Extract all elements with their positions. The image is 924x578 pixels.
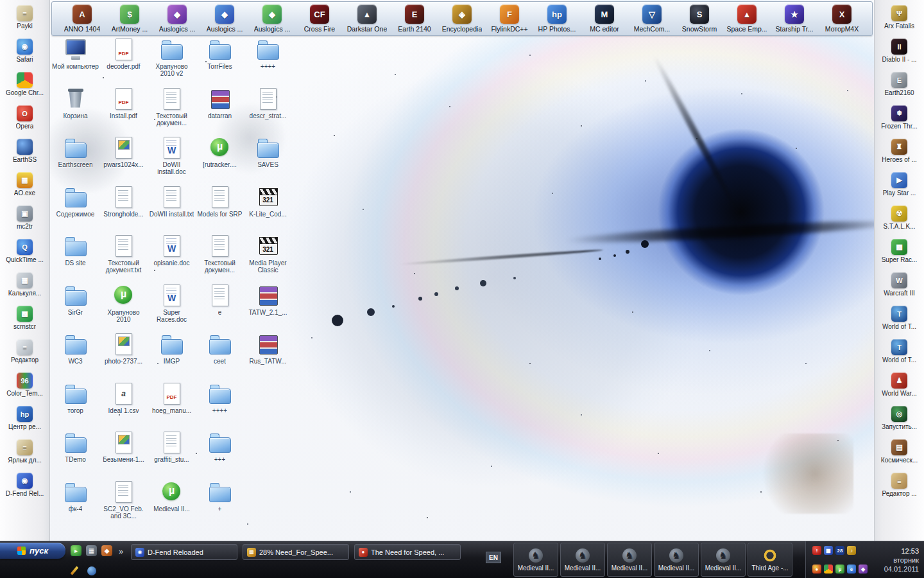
desktop-icon[interactable]: Содержимое	[51, 184, 99, 233]
taskbar-game-button[interactable]: ♞ Medieval II...	[607, 543, 652, 577]
sidebar-shortcut[interactable]: ▣ mc2tr	[0, 206, 49, 239]
quick-launch-icon[interactable]: ▸	[71, 545, 81, 556]
desktop-icon[interactable]: Храпуново 2010 v2	[148, 36, 196, 85]
taskbar-window-button[interactable]: ▩ 28% Need_For_Spee...	[243, 544, 349, 560]
desktop-icon[interactable]	[244, 429, 292, 478]
sidebar-shortcut[interactable]: II Diablo II - ...	[875, 39, 924, 72]
desktop-icon[interactable]: SC2_VO Feb. and 3C...	[99, 478, 148, 528]
toolbar-shortcut[interactable]: ◆ Auslogics ...	[201, 4, 248, 33]
sidebar-shortcut[interactable]: ◉ D-Fend Rel...	[0, 473, 49, 506]
desktop-icon[interactable]: PDF hoeg_manu...	[148, 380, 196, 430]
desktop-icon[interactable]: IMGP	[148, 331, 196, 380]
desktop-icon[interactable]: Текстовый докумен...	[148, 85, 196, 135]
sidebar-shortcut[interactable]: 96 Color_Tem...	[0, 372, 49, 406]
desktop-icon[interactable]: Models for SRP	[196, 184, 244, 233]
desktop-icon[interactable]: µ [rutracker....	[196, 134, 244, 184]
desktop-icon[interactable]: 321 K-Lite_Cod...	[244, 184, 292, 233]
desktop-icon[interactable]: graffiti_stu...	[148, 429, 196, 478]
toolbar-shortcut[interactable]: M MC editor	[581, 4, 628, 33]
desktop-icon[interactable]	[244, 380, 292, 430]
desktop-icon[interactable]: descr_strat...	[244, 85, 292, 135]
sidebar-shortcut[interactable]: ☢ S.T.A.L.K...	[875, 206, 924, 239]
desktop-icon[interactable]: µ Храпуново 2010	[99, 282, 148, 331]
desktop-icon[interactable]: DS site	[51, 232, 99, 282]
toolbar-shortcut[interactable]: hp HP Photos...	[533, 4, 581, 33]
sidebar-shortcut[interactable]: T World of T...	[875, 339, 924, 372]
sidebar-shortcut[interactable]: ≡ Payki	[0, 5, 49, 39]
desktop-icon[interactable]: W Super Races.doc	[148, 282, 196, 331]
toolbar-shortcut[interactable]: F FlylinkDC++	[486, 4, 533, 33]
quick-launch-expander-icon[interactable]: »	[119, 547, 123, 556]
sidebar-shortcut[interactable]: ♟ World War...	[875, 372, 924, 406]
taskbar-game-button[interactable]: ♞ Medieval II...	[701, 543, 746, 577]
toolbar-shortcut[interactable]: ▲ Darkstar One	[343, 4, 391, 33]
sidebar-shortcut[interactable]: E Earth2160	[875, 72, 924, 105]
toolbar-shortcut[interactable]: S SnowStorm	[676, 4, 723, 33]
sidebar-shortcut[interactable]: ◎ Запустить...	[875, 406, 924, 439]
quick-launch-icon[interactable]: ◆	[101, 545, 112, 556]
toolbar-shortcut[interactable]: ◈ Encyclopedia	[438, 4, 486, 33]
desktop-icon[interactable]: W opisanie.doc	[148, 232, 196, 282]
desktop-icon[interactable]: Strongholde...	[99, 184, 148, 233]
taskbar-game-button[interactable]: ♞ Medieval II...	[513, 543, 558, 577]
desktop-icon[interactable]: ++++	[244, 36, 292, 85]
sidebar-shortcut[interactable]: ♜ Heroes of ...	[875, 139, 924, 172]
taskbar-window-button[interactable]: ● The Need for Speed, ...	[354, 544, 461, 560]
desktop-icon[interactable]: +++	[196, 429, 244, 478]
sidebar-shortcut[interactable]: ▶ Play Star ...	[875, 172, 924, 206]
sidebar-shortcut[interactable]: ▩ scrnstcr	[0, 306, 49, 339]
clock[interactable]: 12:53 вторник 04.01.2011	[873, 544, 920, 575]
desktop-icon[interactable]: Корзина	[51, 85, 99, 135]
desktop-icon[interactable]: фк-4	[51, 478, 99, 528]
desktop-icon[interactable]: TDemo	[51, 429, 99, 478]
sidebar-shortcut[interactable]: T World of T...	[875, 306, 924, 339]
desktop-icon[interactable]: PDF decoder.pdf	[99, 36, 148, 85]
desktop-icon[interactable]: Текстовый докумен...	[196, 232, 244, 282]
language-indicator[interactable]: EN	[486, 552, 501, 563]
sidebar-shortcut[interactable]: ▤ Космическ...	[875, 439, 924, 473]
toolbar-shortcut[interactable]: A ANNO 1404	[58, 4, 106, 33]
desktop-icon[interactable]: Rus_TATW...	[244, 331, 292, 380]
desktop-icon[interactable]: ++++	[196, 380, 244, 430]
desktop-icon[interactable]: Безымени-1...	[99, 429, 148, 478]
globe-icon[interactable]	[87, 566, 96, 575]
sidebar-shortcut[interactable]: Google Chr...	[0, 72, 49, 105]
tray-icon[interactable]	[824, 565, 833, 574]
sidebar-shortcut[interactable]: ❄ Frozen Thr...	[875, 105, 924, 139]
sidebar-shortcut[interactable]: ≡ Редактор	[0, 339, 49, 372]
desktop-icon[interactable]: DoWII install.txt	[148, 184, 196, 233]
tray-icon[interactable]: ●	[812, 565, 821, 574]
tray-icon[interactable]: ♪	[847, 546, 856, 555]
toolbar-shortcut[interactable]: X МоторМ4Х	[818, 4, 866, 33]
sidebar-shortcut[interactable]: Ψ Arx Fatalis	[875, 5, 924, 39]
sidebar-shortcut[interactable]: ◉ Safari	[0, 39, 49, 72]
toolbar-shortcut[interactable]: ▲ Space Emp...	[723, 4, 771, 33]
sidebar-shortcut[interactable]: ≡ Ярлык дл...	[0, 439, 49, 473]
desktop-icon[interactable]: PDF Install.pdf	[99, 85, 148, 135]
tray-icon[interactable]: e	[847, 565, 856, 574]
taskbar-game-button[interactable]: ♞ Medieval II...	[560, 543, 605, 577]
tray-icon[interactable]: ▦	[824, 546, 833, 555]
tray-icon[interactable]: !	[812, 546, 821, 555]
desktop-icon[interactable]: Текстовый документ.txt	[99, 232, 148, 282]
tray-icon[interactable]: 28	[835, 546, 844, 555]
desktop-icon[interactable]: e	[196, 282, 244, 331]
toolbar-shortcut[interactable]: $ ArtMoney ...	[106, 4, 153, 33]
desktop-icon[interactable]: datarran	[196, 85, 244, 135]
sidebar-shortcut[interactable]: W Warcraft III	[875, 272, 924, 306]
sidebar-shortcut[interactable]: Q QuickTime ...	[0, 239, 49, 272]
desktop-icon[interactable]: µ Medieval II...	[148, 478, 196, 528]
taskbar-window-button[interactable]: ◉ D-Fend Reloaded	[131, 544, 237, 560]
desktop-icon[interactable]: SirGr	[51, 282, 99, 331]
tray-icon[interactable]: ◆	[859, 565, 868, 574]
desktop-icon[interactable]: W DoWII install.doc	[148, 134, 196, 184]
toolbar-shortcut[interactable]: ★ Starship Tr...	[771, 4, 818, 33]
toolbar-shortcut[interactable]: ▽ MechCom...	[628, 4, 676, 33]
sidebar-shortcut[interactable]: O Opera	[0, 105, 49, 139]
quick-launch-icon[interactable]: ▦	[86, 545, 97, 556]
desktop-icon[interactable]: тогор	[51, 380, 99, 430]
desktop-icon[interactable]: +	[196, 478, 244, 528]
desktop-icon[interactable]: TorrFiles	[196, 36, 244, 85]
taskbar-game-button[interactable]: ♞ Medieval II...	[654, 543, 699, 577]
desktop-icon[interactable]: TATW_2.1_...	[244, 282, 292, 331]
